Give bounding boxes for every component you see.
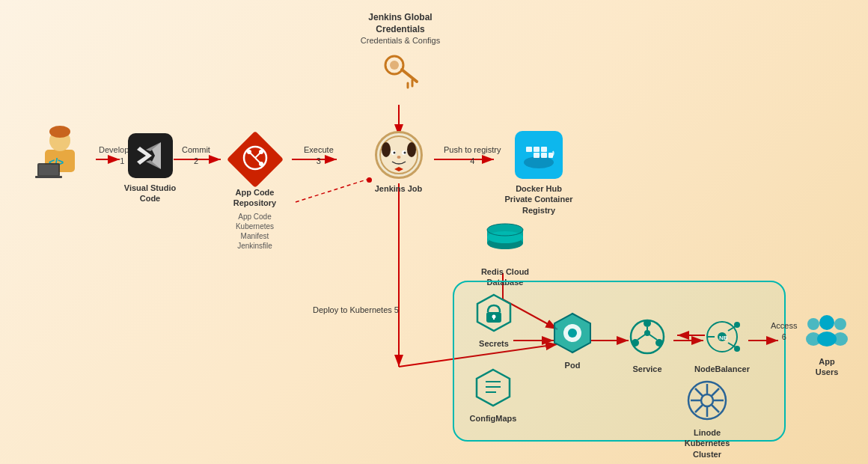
svg-rect-24 bbox=[39, 165, 58, 175]
configmaps-label: ConfigMaps bbox=[470, 413, 517, 424]
svg-point-48 bbox=[393, 152, 395, 154]
svg-point-44 bbox=[382, 142, 391, 157]
svg-point-104 bbox=[834, 318, 846, 330]
svg-rect-55 bbox=[541, 147, 547, 152]
svg-line-8 bbox=[296, 180, 367, 202]
secrets-icon bbox=[473, 292, 515, 334]
svg-text:NB: NB bbox=[719, 335, 728, 341]
developer-icon: </> bbox=[34, 120, 86, 180]
redis-node: Redis CloudDatabase bbox=[468, 221, 542, 288]
service-label: Service bbox=[632, 364, 661, 374]
svg-rect-56 bbox=[534, 153, 540, 158]
jenkins-label: Jenkins Job bbox=[375, 183, 423, 194]
svg-rect-54 bbox=[534, 147, 540, 152]
git-repo-label: App Code Repository bbox=[223, 187, 287, 209]
step-push: Push to registry4 bbox=[444, 144, 501, 168]
docker-node: Docker HubPrivate Container Registry bbox=[498, 131, 580, 216]
nodebalancer-icon: NB bbox=[700, 314, 745, 359]
nodebalancer-label: NodeBalancer bbox=[694, 364, 750, 374]
svg-rect-53 bbox=[526, 147, 532, 152]
svg-point-52 bbox=[524, 156, 554, 168]
users-icon bbox=[803, 311, 851, 352]
svg-point-62 bbox=[487, 231, 523, 243]
developer-node: </> bbox=[22, 120, 97, 180]
pod-icon bbox=[550, 311, 595, 355]
step-deploy: Deploy to Kubernetes 5 bbox=[313, 305, 399, 314]
docker-icon bbox=[515, 131, 563, 179]
configmaps-node: ConfigMaps bbox=[462, 367, 524, 424]
svg-point-21 bbox=[49, 126, 70, 138]
linode-k8s-node: LinodeKubernetes Cluster bbox=[670, 378, 745, 460]
nodebalancer-node: NB NodeBalancer bbox=[692, 314, 752, 374]
vscode-node: Visual Studio Code bbox=[122, 133, 178, 204]
service-node: Service bbox=[621, 314, 673, 374]
svg-line-98 bbox=[695, 388, 703, 396]
svg-point-107 bbox=[817, 332, 837, 347]
jenkins-node: Jenkins Job bbox=[367, 131, 430, 194]
svg-point-77 bbox=[644, 320, 651, 327]
jenkins-dot bbox=[367, 177, 372, 183]
service-icon bbox=[625, 314, 670, 359]
svg-line-99 bbox=[712, 405, 719, 412]
svg-point-93 bbox=[701, 394, 713, 406]
svg-line-36 bbox=[255, 152, 261, 158]
svg-line-35 bbox=[255, 158, 261, 164]
secrets-label: Secrets bbox=[479, 338, 509, 349]
svg-line-39 bbox=[402, 70, 417, 82]
svg-rect-67 bbox=[493, 317, 495, 320]
linode-k8s-icon bbox=[685, 378, 730, 423]
pod-label: Pod bbox=[565, 360, 581, 370]
svg-rect-57 bbox=[541, 153, 547, 158]
jenkins-icon bbox=[375, 131, 423, 179]
svg-line-34 bbox=[249, 152, 255, 158]
svg-point-106 bbox=[819, 315, 834, 330]
svg-line-100 bbox=[712, 388, 719, 396]
linode-k8s-label: LinodeKubernetes Cluster bbox=[670, 427, 745, 460]
docker-label: Docker HubPrivate Container Registry bbox=[498, 183, 580, 216]
svg-point-50 bbox=[397, 156, 400, 159]
credentials-sublabel: Credentials & Configs bbox=[361, 35, 440, 46]
users-node: AppUsers bbox=[797, 311, 857, 378]
svg-point-83 bbox=[644, 330, 650, 336]
step-access: Access6 bbox=[771, 320, 797, 344]
svg-point-45 bbox=[407, 142, 416, 157]
users-label: AppUsers bbox=[816, 356, 839, 378]
credentials-title: Jenkins Global Credentials bbox=[352, 12, 449, 35]
step-commit: Commit2 bbox=[182, 144, 210, 168]
key-icon bbox=[379, 49, 421, 91]
svg-point-102 bbox=[807, 318, 819, 330]
git-repo-node: App Code Repository App CodeKubernetes M… bbox=[223, 133, 287, 251]
svg-point-89 bbox=[734, 322, 740, 328]
vscode-icon bbox=[128, 133, 173, 178]
svg-point-49 bbox=[403, 152, 406, 154]
svg-point-38 bbox=[390, 61, 399, 70]
svg-line-101 bbox=[695, 405, 703, 412]
pod-node: Pod bbox=[546, 311, 599, 370]
diagram: </> Develop App 1 Visual Studio Code Com… bbox=[0, 0, 868, 464]
svg-point-90 bbox=[734, 346, 740, 352]
vscode-label: Visual Studio Code bbox=[124, 183, 176, 204]
step-execute: Execute3 bbox=[304, 144, 334, 168]
credentials-node: Jenkins Global Credentials Credentials &… bbox=[352, 7, 449, 91]
svg-point-75 bbox=[568, 329, 577, 338]
git-repo-sublabel: App CodeKubernetes ManifestJenkinsfile bbox=[223, 212, 287, 251]
svg-rect-25 bbox=[35, 176, 62, 178]
configmaps-icon bbox=[472, 367, 514, 409]
secrets-node: Secrets bbox=[464, 292, 524, 349]
redis-icon bbox=[483, 221, 528, 262]
